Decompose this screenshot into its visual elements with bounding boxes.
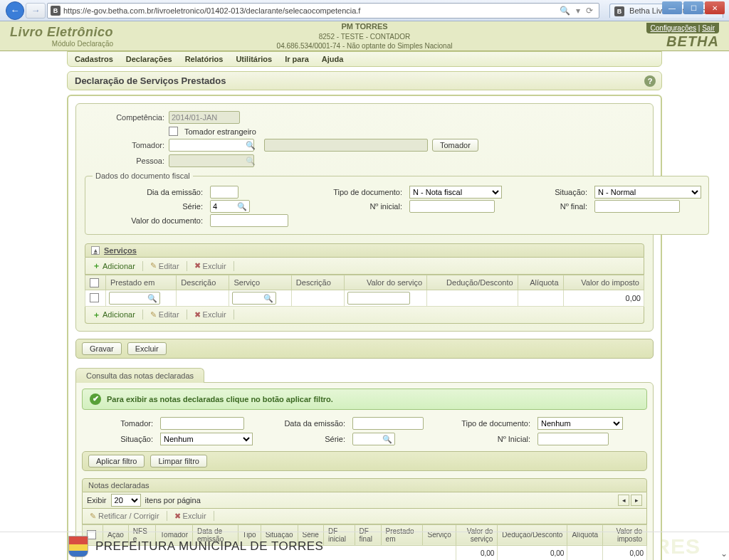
input-pessoa: [169, 154, 254, 167]
menu-irpara[interactable]: Ir para: [285, 55, 309, 63]
btn-aplicar-filtro[interactable]: Aplicar filtro: [88, 455, 145, 467]
tab-favicon: B: [614, 6, 624, 16]
form-actions: Gravar Excluir: [75, 339, 654, 359]
lbl-situacao: Situação:: [516, 188, 587, 196]
lbl-itens-por-pagina: itens por página: [145, 496, 201, 504]
lbl-filter-serie: Série:: [267, 435, 345, 443]
window-maximize-button[interactable]: ☐: [683, 1, 703, 14]
input-filter-ninicial[interactable]: [537, 433, 609, 445]
col-servico[interactable]: Serviço: [229, 275, 291, 290]
link-sair[interactable]: Sair: [702, 24, 715, 32]
col-aliquota[interactable]: Alíquota: [518, 275, 563, 290]
menu-cadastros[interactable]: Cadastros: [75, 55, 113, 63]
cell-descricao1: [177, 290, 229, 306]
add-icon: ＋: [93, 260, 100, 271]
scroll-down-icon[interactable]: ⌄: [720, 549, 728, 559]
window-minimize-button[interactable]: —: [662, 1, 682, 14]
municipio-name: PREFEITURA MUNICIPAL DE TORRES: [95, 539, 323, 554]
cell-deducao: [427, 290, 518, 306]
col-deducao[interactable]: Dedução/Desconto: [427, 275, 518, 290]
brand-logo: BETHA: [646, 33, 719, 50]
window-controls: — ☐ ✕: [662, 1, 725, 14]
select-situacao[interactable]: N - Normal: [594, 186, 701, 199]
lbl-dia-emissao: Dia da emissão:: [93, 188, 203, 196]
btn-gravar[interactable]: Gravar: [82, 342, 122, 355]
col-descricao2[interactable]: Descrição: [291, 275, 344, 290]
input-dia-emissao[interactable]: [210, 186, 238, 199]
url-text: https://e-gov.betha.com.br/livroeletroni…: [63, 6, 557, 15]
btn-excluir[interactable]: Excluir: [127, 342, 167, 355]
lookup-prestado-icon[interactable]: 🔍: [147, 294, 157, 302]
btn-adicionar-top[interactable]: ＋Adicionar: [90, 259, 138, 273]
main-menubar: Cadastros Declarações Relatórios Utilitá…: [67, 51, 662, 67]
input-tomador-name: [264, 139, 428, 152]
btn-retificar-top: ✎Retificar / Corrigir: [87, 510, 162, 522]
row-checkbox[interactable]: [90, 293, 99, 302]
entity-name: PM TORRES: [341, 22, 387, 31]
input-valor-documento[interactable]: [210, 214, 288, 227]
window-close-button[interactable]: ✕: [705, 1, 725, 14]
servicos-grid: Prestado em Descrição Serviço Descrição …: [85, 275, 644, 307]
footer: PREFEITURA MUNICIPAL DE TORRES: [0, 532, 729, 560]
collapse-icon[interactable]: ▴: [91, 246, 100, 255]
btn-adicionar-bottom[interactable]: ＋Adicionar: [90, 308, 138, 322]
input-tomador-code[interactable]: [169, 139, 254, 152]
check-icon: ✔: [90, 393, 101, 405]
edit-icon: ✎: [150, 310, 157, 319]
main-panel: Competência: Tomador estrangeiro Tomador…: [67, 95, 662, 560]
menu-declaracoes[interactable]: Declarações: [126, 55, 172, 63]
add-icon: ＋: [93, 310, 100, 320]
header-links: Configurações | Sair: [646, 23, 719, 33]
menu-ajuda[interactable]: Ajuda: [322, 55, 344, 63]
lbl-valor-documento: Valor do documento:: [93, 216, 203, 225]
input-n-inicial[interactable]: [409, 200, 495, 213]
pager-prev[interactable]: ◂: [618, 495, 629, 506]
edit-icon: ✎: [150, 261, 157, 270]
refresh-icon[interactable]: ⟳: [583, 6, 596, 16]
col-prestado-em[interactable]: Prestado em: [106, 275, 177, 290]
chk-tomador-estrangeiro[interactable]: [169, 127, 178, 136]
search-icon[interactable]: 🔍: [557, 6, 573, 16]
select-pagesize[interactable]: 20: [111, 494, 141, 507]
cell-valor-servico[interactable]: [347, 292, 410, 305]
select-tipo-documento[interactable]: N - Nota fiscal: [409, 186, 502, 199]
col-valor-imposto[interactable]: Valor do imposto: [563, 275, 644, 290]
col-checkbox[interactable]: [85, 275, 106, 290]
notas-declaradas-header: Notas declaradas: [82, 478, 647, 492]
lbl-n-final: Nº final:: [516, 202, 587, 211]
lbl-tomador: Tomador:: [85, 141, 164, 149]
btn-excluir-top: ✖Excluir: [192, 260, 229, 272]
col-valor-servico[interactable]: Valor do serviço: [344, 275, 426, 290]
cell-descricao2: [291, 290, 344, 306]
browser-toolbar: ← → B https://e-gov.betha.com.br/livroel…: [0, 0, 729, 21]
select-filter-tipo[interactable]: Nenhum: [537, 417, 623, 430]
lbl-filter-tipo: Tipo de documento:: [445, 419, 530, 428]
notas-title: Notas declaradas: [88, 481, 150, 490]
pager-next[interactable]: ▸: [631, 495, 642, 506]
lookup-tomador-icon[interactable]: 🔍: [246, 141, 256, 150]
cell-imposto: 0,00: [563, 290, 644, 306]
lookup-serie-icon[interactable]: 🔍: [237, 202, 247, 211]
section-servicos-header[interactable]: ▴ Serviços: [85, 243, 644, 258]
help-icon[interactable]: ?: [644, 75, 656, 87]
input-filter-tomador[interactable]: [160, 417, 244, 430]
lookup-servico-icon[interactable]: 🔍: [263, 294, 273, 302]
section-servicos-title: Serviços: [104, 246, 137, 255]
dropdown-icon[interactable]: ▾: [573, 6, 583, 16]
nav-back-button[interactable]: ←: [6, 1, 24, 20]
input-filter-data[interactable]: [352, 417, 424, 430]
menu-relatorios[interactable]: Relatórios: [185, 55, 224, 63]
nav-forward-button[interactable]: →: [26, 3, 46, 19]
tab-consulta-notas[interactable]: Consulta das notas declaradas: [75, 368, 204, 383]
address-bar[interactable]: B https://e-gov.betha.com.br/livroeletro…: [47, 3, 599, 19]
lbl-filter-data: Data da emissão:: [267, 419, 345, 428]
col-descricao1[interactable]: Descrição: [177, 275, 229, 290]
link-configuracoes[interactable]: Configurações: [651, 24, 696, 32]
input-n-final[interactable]: [594, 200, 680, 213]
btn-limpar-filtro[interactable]: Limpar filtro: [150, 455, 206, 467]
btn-tomador[interactable]: Tomador: [432, 139, 478, 152]
delete-icon: ✖: [194, 310, 201, 319]
select-filter-situacao[interactable]: Nenhum: [160, 433, 253, 445]
lookup-filter-serie-icon[interactable]: 🔍: [382, 435, 392, 443]
menu-utilitarios[interactable]: Utilitários: [236, 55, 272, 63]
